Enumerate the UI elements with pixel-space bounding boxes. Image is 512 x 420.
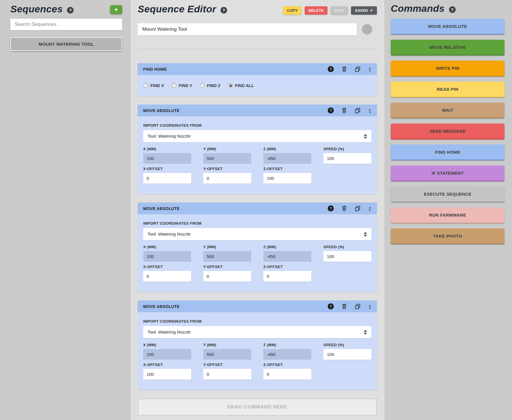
import-source-select[interactable]: Tool: Watering Nozzle bbox=[143, 326, 371, 338]
move-step-icon[interactable]: ↕ bbox=[368, 205, 371, 212]
radio-icon[interactable] bbox=[200, 83, 205, 88]
z-field: Z (MM) bbox=[263, 147, 311, 164]
sequence-item-mount-watering-tool[interactable]: MOUNT WATERING TOOL bbox=[10, 37, 122, 51]
trash-icon[interactable] bbox=[342, 303, 347, 309]
import-coordinates-label: IMPORT COORDINATES FROM bbox=[143, 123, 371, 128]
step-header[interactable]: FIND HOME ? ↕ bbox=[138, 63, 377, 75]
import-coordinates-label: IMPORT COORDINATES FROM bbox=[143, 319, 371, 323]
command-find-home[interactable]: FIND HOME bbox=[391, 145, 505, 160]
y-input bbox=[203, 153, 251, 164]
move-step-icon[interactable]: ↕ bbox=[368, 303, 371, 310]
y-input bbox=[203, 349, 251, 360]
radio-icon[interactable] bbox=[172, 83, 177, 88]
step-header[interactable]: MOVE ABSOLUTE ? ↕ bbox=[138, 105, 377, 116]
trash-icon[interactable] bbox=[342, 205, 347, 211]
trash-icon[interactable] bbox=[342, 66, 347, 72]
y-offset-input[interactable] bbox=[203, 271, 251, 282]
speed-field: SPEED (%) bbox=[323, 147, 371, 164]
step-help-icon[interactable]: ? bbox=[328, 66, 334, 72]
x-input bbox=[143, 251, 191, 262]
trash-icon[interactable] bbox=[342, 107, 347, 113]
y-offset-input[interactable] bbox=[203, 369, 251, 379]
commands-panel: Commands ? MOVE ABSOLUTE MOVE RELATIVE W… bbox=[384, 0, 512, 420]
sequences-help-icon[interactable]: ? bbox=[67, 7, 74, 14]
save-sequence-button[interactable]: SAVED ✔ bbox=[351, 6, 377, 15]
z-offset-field: Z-OFFSET bbox=[263, 265, 311, 282]
z-offset-input[interactable] bbox=[263, 369, 311, 379]
command-if-statement[interactable]: IF STATEMENT bbox=[391, 165, 505, 181]
step-help-icon[interactable]: ? bbox=[328, 303, 334, 309]
duplicate-icon[interactable] bbox=[355, 66, 360, 72]
step-header[interactable]: MOVE ABSOLUTE ? ↕ bbox=[138, 300, 377, 312]
command-list: MOVE ABSOLUTE MOVE RELATIVE WRITE PIN RE… bbox=[391, 19, 505, 244]
step-list: FIND HOME ? ↕ FIND bbox=[138, 63, 377, 416]
check-icon: ✔ bbox=[370, 8, 373, 13]
y-offset-field: Y-OFFSET bbox=[203, 265, 251, 282]
radio-icon[interactable] bbox=[143, 83, 148, 88]
import-source-value: Tool: Watering Nozzle bbox=[147, 330, 191, 335]
speed-input[interactable] bbox=[323, 251, 371, 262]
radio-icon-checked[interactable] bbox=[228, 83, 233, 88]
z-offset-input[interactable] bbox=[263, 173, 311, 184]
step-help-icon[interactable]: ? bbox=[328, 205, 334, 211]
command-send-message[interactable]: SEND MESSAGE bbox=[391, 124, 505, 139]
coordinate-fields: X (MM) Y (MM) Z (MM) SPEED (%) bbox=[143, 147, 371, 186]
z-offset-input[interactable] bbox=[263, 271, 311, 282]
commands-title-row: Commands ? bbox=[391, 3, 505, 14]
command-move-absolute[interactable]: MOVE ABSOLUTE bbox=[391, 19, 505, 34]
x-offset-input[interactable] bbox=[143, 173, 191, 184]
editor-help-icon[interactable]: ? bbox=[220, 7, 227, 14]
delete-sequence-button[interactable]: DELETE bbox=[305, 6, 327, 15]
z-field: Z (MM) bbox=[263, 245, 311, 262]
coordinate-fields: X (MM) Y (MM) Z (MM) SPEED (%) bbox=[143, 343, 371, 382]
step-title: FIND HOME bbox=[143, 67, 167, 72]
import-source-value: Tool: Watering Nozzle bbox=[147, 232, 191, 237]
import-source-select[interactable]: Tool: Watering Nozzle bbox=[143, 130, 371, 142]
sequence-name-input[interactable] bbox=[138, 23, 357, 35]
select-arrows-icon bbox=[364, 330, 367, 335]
command-write-pin[interactable]: WRITE PIN bbox=[391, 61, 505, 76]
speed-input[interactable] bbox=[323, 349, 371, 360]
import-source-select[interactable]: Tool: Watering Nozzle bbox=[143, 228, 371, 240]
command-take-photo[interactable]: TAKE PHOTO bbox=[391, 228, 505, 244]
sequence-name-row bbox=[138, 23, 377, 35]
command-wait[interactable]: WAIT bbox=[391, 103, 505, 118]
x-offset-input[interactable] bbox=[143, 369, 191, 379]
radio-option-find-all[interactable]: FIND ALL bbox=[228, 83, 254, 88]
z-offset-field: Z-OFFSET bbox=[263, 363, 311, 379]
y-field: Y (MM) bbox=[203, 343, 251, 360]
test-sequence-button[interactable]: TEST bbox=[331, 6, 348, 15]
command-read-pin[interactable]: READ PIN bbox=[391, 82, 505, 97]
command-execute-sequence[interactable]: EXECUTE SEQUENCE bbox=[391, 186, 505, 202]
move-step-icon[interactable]: ↕ bbox=[368, 107, 371, 114]
commands-help-icon[interactable]: ? bbox=[449, 6, 456, 13]
command-move-relative[interactable]: MOVE RELATIVE bbox=[391, 40, 505, 55]
move-step-icon[interactable]: ↕ bbox=[368, 66, 371, 72]
search-sequences-input[interactable] bbox=[10, 19, 122, 30]
duplicate-icon[interactable] bbox=[355, 304, 360, 309]
duplicate-icon[interactable] bbox=[355, 206, 360, 211]
step-header[interactable]: MOVE ABSOLUTE ? ↕ bbox=[138, 203, 377, 214]
add-sequence-button[interactable]: + bbox=[110, 5, 122, 14]
radio-option-find-z[interactable]: FIND Z bbox=[200, 83, 220, 88]
duplicate-icon[interactable] bbox=[355, 108, 360, 113]
command-run-farmware[interactable]: RUN FARMWARE bbox=[391, 207, 505, 223]
x-field: X (MM) bbox=[143, 343, 191, 360]
import-coordinates-label: IMPORT COORDINATES FROM bbox=[143, 221, 371, 226]
radio-option-find-x[interactable]: FIND X bbox=[143, 83, 164, 88]
z-offset-field: Z-OFFSET bbox=[263, 167, 311, 184]
step-help-icon[interactable]: ? bbox=[328, 107, 334, 113]
y-offset-input[interactable] bbox=[203, 173, 251, 184]
speed-input[interactable] bbox=[323, 153, 371, 164]
y-input bbox=[203, 251, 251, 262]
copy-sequence-button[interactable]: COPY bbox=[283, 6, 302, 15]
step-find-home: FIND HOME ? ↕ FIND bbox=[138, 63, 377, 96]
radio-option-find-y[interactable]: FIND Y bbox=[172, 83, 192, 88]
x-offset-input[interactable] bbox=[143, 271, 191, 282]
editor-title-row: Sequence Editor ? bbox=[138, 3, 227, 15]
drop-zone[interactable]: DRAG COMMAND HERE bbox=[138, 398, 377, 416]
sequence-color-picker[interactable] bbox=[362, 24, 372, 34]
x-offset-field: X-OFFSET bbox=[143, 265, 191, 282]
step-move-absolute-3: MOVE ABSOLUTE ? ↕ IMPORT COORDINATES FRO… bbox=[138, 300, 377, 390]
step-icons: ? ↕ bbox=[328, 205, 371, 212]
